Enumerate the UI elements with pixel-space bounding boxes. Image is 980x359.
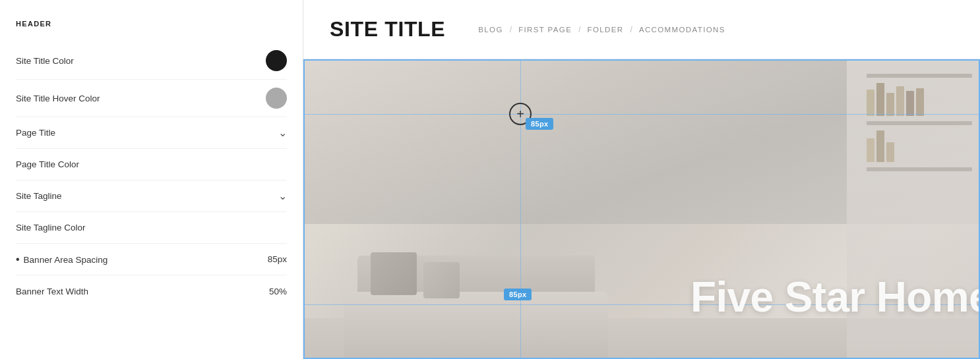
page-title-label: Page Title: [16, 128, 55, 138]
nav-item-blog: BLOG: [478, 26, 503, 34]
book-5: [906, 91, 914, 116]
banner-area-spacing-value: 85px: [268, 254, 287, 264]
sofa-body: [344, 292, 608, 358]
book-9: [886, 142, 894, 162]
setting-row-banner-text-width: Banner Text Width 50%: [16, 275, 287, 307]
left-panel: HEADER Site Title Color Site Title Hover…: [0, 0, 303, 359]
bottom-spacing-badge: 85px: [504, 289, 532, 300]
page-title-chevron-icon[interactable]: ⌄: [278, 126, 287, 139]
setting-row-page-title-color: Page Title Color: [16, 149, 287, 180]
setting-row-site-title-color: Site Title Color: [16, 42, 287, 80]
site-title-hover-color-swatch[interactable]: [266, 88, 287, 109]
site-title-color-label: Site Title Color: [16, 56, 74, 66]
book-7: [867, 138, 874, 162]
book-2: [876, 83, 884, 116]
nav-separator-3: /: [630, 25, 632, 34]
banner-text-width-value: 50%: [269, 287, 287, 296]
right-panel: SITE TITLE BLOG / FIRST PAGE / FOLDER / …: [303, 0, 980, 359]
nav-links: BLOG / FIRST PAGE / FOLDER / ACCOMMODATI…: [478, 25, 725, 34]
nav-item-first-page: FIRST PAGE: [518, 26, 572, 34]
site-title-color-swatch[interactable]: [266, 50, 287, 71]
preview-header: SITE TITLE BLOG / FIRST PAGE / FOLDER / …: [303, 0, 980, 59]
nav-item-accommodations: ACCOMMODATIONS: [639, 26, 725, 34]
pillow-2: [423, 262, 460, 298]
shelf-bar-3: [867, 167, 972, 171]
setting-row-site-tagline[interactable]: Site Tagline ⌄: [16, 180, 287, 212]
banner-overlay-text: Five Star Home: [690, 273, 980, 321]
books-row-1: [867, 83, 972, 116]
banner-text-width-label: Banner Text Width: [16, 287, 88, 296]
shelf-bar-1: [867, 74, 972, 78]
book-1: [867, 90, 874, 116]
books-row-2: [867, 130, 972, 162]
site-tagline-chevron-icon[interactable]: ⌄: [278, 190, 287, 202]
nav-separator-2: /: [578, 25, 580, 34]
book-8: [876, 130, 884, 162]
setting-row-site-tagline-color: Site Tagline Color: [16, 212, 287, 244]
nav-separator-1: /: [510, 25, 512, 34]
banner-area-spacing-label: Banner Area Spacing: [16, 254, 107, 265]
setting-row-banner-area-spacing: Banner Area Spacing 85px: [16, 244, 287, 275]
top-spacing-badge: 85px: [526, 118, 553, 130]
nav-item-folder: FOLDER: [588, 26, 624, 34]
book-3: [886, 93, 894, 116]
site-title-hover-color-label: Site Title Hover Color: [16, 94, 100, 103]
site-tagline-color-label: Site Tagline Color: [16, 223, 86, 233]
book-6: [916, 88, 924, 116]
pillow-1: [371, 252, 417, 295]
banner-area: 85px 85px Five Star Home: [303, 59, 980, 359]
site-title: SITE TITLE: [330, 17, 445, 41]
page-title-color-label: Page Title Color: [16, 159, 79, 169]
book-4: [896, 86, 904, 116]
site-tagline-label: Site Tagline: [16, 191, 62, 201]
setting-row-site-title-hover-color: Site Title Hover Color: [16, 80, 287, 117]
setting-row-page-title[interactable]: Page Title ⌄: [16, 117, 287, 149]
sofa: [344, 239, 608, 358]
shelf-items: [867, 74, 972, 171]
shelf-bar-2: [867, 121, 972, 125]
section-header: HEADER: [16, 20, 287, 28]
